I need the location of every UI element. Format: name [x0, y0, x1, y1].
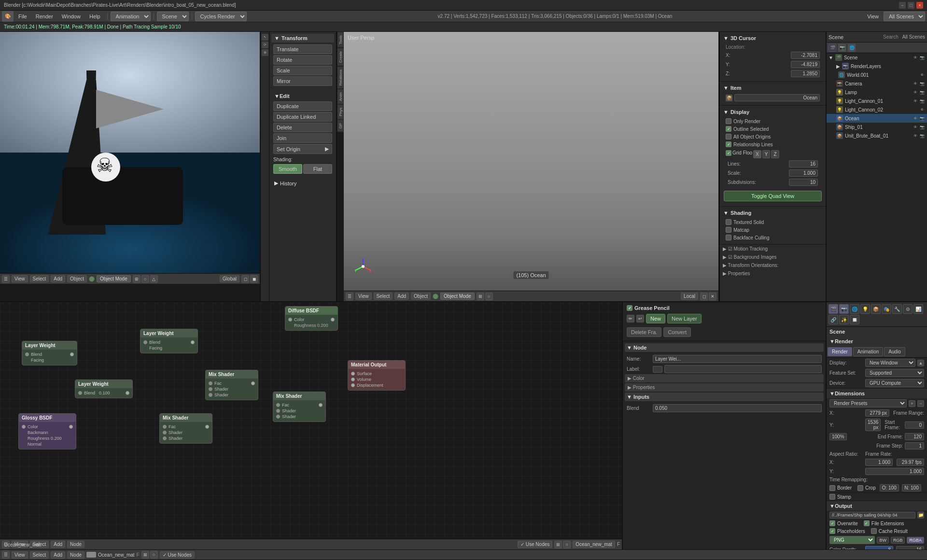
unit-render-icon[interactable]: 📷 — [919, 133, 925, 139]
n-val[interactable]: N: 100 — [902, 484, 921, 491]
format-select[interactable]: PNG — [829, 536, 875, 544]
all-origins-cb[interactable] — [726, 134, 731, 140]
rp-audio-tab[interactable]: Audio — [884, 347, 905, 356]
use-nodes-bottom-btn[interactable]: ✓ Use Nodes — [160, 551, 195, 559]
vp-icon-3[interactable]: △ — [150, 275, 158, 283]
x-axis-btn[interactable]: X — [753, 150, 761, 158]
join-btn[interactable]: Join — [273, 133, 332, 143]
bottom-select-btn[interactable]: Select — [30, 551, 49, 559]
vp-menu-icon[interactable]: ☰ — [2, 275, 10, 283]
ol-cannon2[interactable]: 💡 Light_Cannon_02 👁 — [827, 105, 927, 114]
tools-tab[interactable]: Tools — [337, 32, 344, 48]
render-presets-select[interactable]: Render Presets — [829, 399, 907, 407]
window-menu[interactable]: Window — [58, 13, 84, 20]
ol-cannon1[interactable]: 💡 Light_Cannon_01 👁 📷 — [827, 97, 927, 105]
presets-del-arrow[interactable]: − — [917, 400, 924, 407]
rp-output-header[interactable]: ▼ Output — [827, 501, 927, 511]
placeholders-cb[interactable] — [829, 528, 835, 534]
close-icon[interactable]: ✕ — [709, 293, 716, 300]
motion-tracking-toggle[interactable]: ▶ ☑ Motion Tracking — [720, 245, 826, 253]
border-cb[interactable] — [829, 485, 835, 491]
3d-select-btn[interactable]: Select — [374, 293, 393, 300]
3d-add-btn[interactable]: Add — [394, 293, 409, 300]
world-vis-icon[interactable]: 👁 — [919, 72, 925, 78]
3d-object-btn[interactable]: Object — [411, 293, 431, 300]
lamp-render-icon[interactable]: 📷 — [919, 89, 925, 95]
fps-val[interactable]: 29.97 fps — [897, 459, 924, 466]
properties-section[interactable]: ▶ Properties — [625, 383, 824, 392]
vis-icon[interactable]: 👁 — [913, 55, 918, 60]
smooth-btn[interactable]: Smooth — [273, 164, 302, 174]
render-menu[interactable]: Render — [32, 13, 57, 20]
3d-menu-icon[interactable]: ☰ — [346, 293, 353, 300]
gp-icon-2[interactable]: ↩ — [636, 315, 644, 322]
node-node-btn[interactable]: Node — [67, 541, 84, 548]
ol-camera[interactable]: 📸 Camera 👁 📷 — [827, 79, 927, 88]
lines-val[interactable]: 16 — [789, 160, 818, 168]
transform-orient-toggle[interactable]: ▶ Transform Orientations: — [720, 261, 826, 269]
3d-icon-1[interactable]: ⊞ — [477, 293, 484, 300]
outliner-icon-2[interactable]: 📷 — [838, 44, 846, 52]
duplicate-btn[interactable]: Duplicate — [273, 101, 332, 111]
o-val[interactable]: O: 100 — [880, 484, 899, 491]
rp-animation-tab[interactable]: Animation — [853, 347, 883, 356]
cannon1-render-icon[interactable]: 📷 — [919, 98, 925, 104]
gp-icon-1[interactable]: ✏ — [627, 315, 634, 322]
translate-btn[interactable]: Translate — [273, 44, 332, 54]
np-color-swatch[interactable] — [653, 366, 662, 373]
cursor-header[interactable]: ▼ 3D Cursor — [722, 34, 824, 42]
aspect-x-val[interactable]: 1.000 — [865, 459, 893, 466]
rp-constraint-icon[interactable]: 🔗 — [829, 315, 838, 324]
output-path-input[interactable] — [829, 512, 915, 518]
np-label-input[interactable] — [664, 365, 822, 373]
minimize-button[interactable]: − — [899, 2, 906, 9]
bottom-node-btn[interactable]: Node — [67, 551, 84, 559]
ol-scene[interactable]: ▼ 🎬 Scene 👁 📷 — [827, 53, 927, 62]
bg-images-toggle[interactable]: ▶ ☑ Background Images — [720, 253, 826, 261]
tool-1[interactable]: ↖ — [262, 34, 268, 41]
camera-vis-icon[interactable]: 👁 — [913, 81, 918, 86]
render-icon[interactable]: 📷 — [919, 55, 925, 60]
flat-btn[interactable]: Flat — [303, 164, 332, 174]
ol-world[interactable]: 🌐 World.001 👁 — [827, 70, 927, 79]
3d-icon-3[interactable]: ◻ — [700, 293, 708, 300]
workspace-select[interactable]: Animation — [111, 12, 151, 21]
3d-icon-2[interactable]: ○ — [485, 293, 493, 300]
ship-render-icon[interactable]: 📷 — [919, 124, 925, 130]
transform-header[interactable]: ▼ Transform — [271, 34, 334, 42]
item-header[interactable]: ▼ Item — [722, 84, 824, 92]
np-name-input[interactable] — [653, 355, 822, 363]
outline-selected-cb[interactable] — [726, 126, 731, 132]
all-scenes-label[interactable]: All Scenes — [902, 34, 925, 40]
properties-toggle[interactable]: ▶ Properties — [720, 269, 826, 278]
rp-render-layers-icon[interactable]: 📷 — [839, 304, 849, 314]
outliner-icon-1[interactable]: 🎬 — [829, 44, 836, 52]
rp-world-icon[interactable]: 🌐 — [850, 304, 859, 314]
node-add-btn[interactable]: Add — [51, 541, 65, 548]
feature-set-select[interactable]: Supported — [865, 369, 924, 377]
file-ext-cb[interactable] — [864, 520, 870, 526]
maximize-button[interactable]: □ — [908, 2, 914, 9]
device-select[interactable]: GPU Compute — [865, 379, 924, 387]
stamp-cb[interactable] — [829, 494, 835, 500]
delete-btn[interactable]: Delete — [273, 123, 332, 132]
output-browse-btn[interactable]: 📁 — [917, 512, 924, 518]
z-axis-btn[interactable]: Z — [771, 150, 779, 158]
subdiv-val[interactable]: 10 — [789, 179, 818, 186]
all-scenes-select[interactable]: All Scenes — [884, 12, 925, 21]
bottom-icon-3[interactable]: ○ — [150, 551, 158, 559]
vp-icon-1[interactable]: ⊞ — [133, 275, 140, 283]
dup-linked-btn[interactable]: Duplicate Linked — [273, 112, 332, 122]
select-btn[interactable]: Select — [30, 275, 49, 282]
tool-3[interactable]: ⊕ — [262, 49, 268, 56]
view-menu[interactable]: View — [863, 13, 883, 20]
ship-vis-icon[interactable]: 👁 — [913, 124, 918, 130]
relations-tab[interactable]: Relations — [337, 66, 344, 89]
rp-mesh-icon[interactable]: 📦 — [871, 304, 881, 314]
rp-mat-icon[interactable]: 🎭 — [882, 304, 891, 314]
3d-view-btn[interactable]: View — [355, 293, 372, 300]
node-icon-2[interactable]: ○ — [563, 541, 571, 548]
scale-btn[interactable]: Scale — [273, 66, 332, 75]
toggle-quad-btn[interactable]: Toggle Quad View — [724, 191, 822, 201]
camera-render-icon[interactable]: 📷 — [919, 81, 925, 86]
